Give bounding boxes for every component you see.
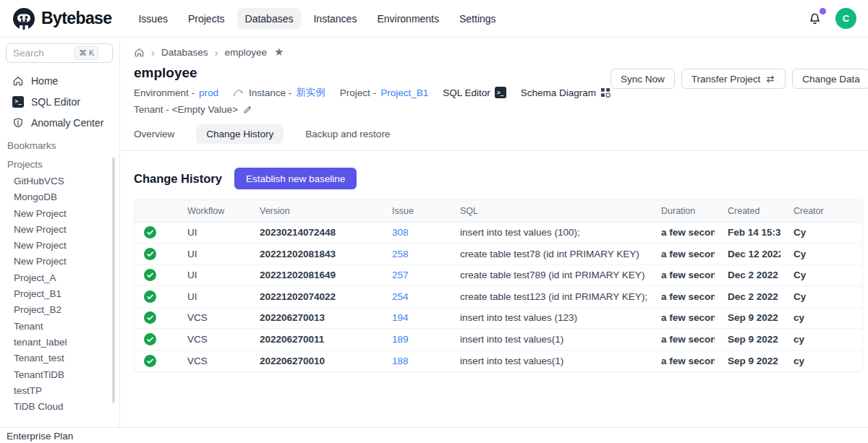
project-list-item[interactable]: New Project xyxy=(0,254,119,270)
duration-cell: a few seconds xyxy=(648,264,715,286)
nav-item-databases[interactable]: Databases xyxy=(237,8,302,30)
project-list-item[interactable]: New Project xyxy=(0,222,119,238)
issue-link[interactable]: 254 xyxy=(392,291,409,302)
instance-label: Instance - xyxy=(249,87,292,98)
nav-item-settings[interactable]: Settings xyxy=(451,8,504,30)
creator-cell: cy xyxy=(780,350,863,371)
change-history-row[interactable]: UI 20221202074022 254 create table test1… xyxy=(135,286,863,308)
status-cell xyxy=(135,307,174,329)
sidebar-scrollbar[interactable] xyxy=(112,158,115,403)
created-cell: Sep 9 2022 xyxy=(715,350,780,371)
change-history-row[interactable]: UI 20221202081649 257 create table test7… xyxy=(135,264,863,286)
tenant-label: Tenant - <Empty Value> xyxy=(134,104,238,115)
version-cell: 202206270010 xyxy=(247,350,379,371)
column-header-sql: SQL xyxy=(447,200,648,222)
sql-editor-shortcut-label[interactable]: SQL Editor xyxy=(443,87,490,98)
issue-link[interactable]: 189 xyxy=(392,334,409,345)
bytebase-logo[interactable]: Bytebase xyxy=(12,7,111,31)
edit-pencil-icon[interactable] xyxy=(242,105,252,115)
version-cell: 20230214072448 xyxy=(247,222,379,244)
sql-editor-icon[interactable]: >_ xyxy=(495,87,506,98)
change-history-row[interactable]: UI 20221202081843 258 create table test7… xyxy=(135,244,863,265)
transfer-project-button[interactable]: Transfer Project xyxy=(681,69,786,89)
bookmark-star-icon[interactable]: ★ xyxy=(274,46,284,59)
duration-cell: a few seconds xyxy=(648,222,715,244)
issue-link[interactable]: 194 xyxy=(392,312,409,323)
column-header-duration: Duration xyxy=(648,200,715,222)
notification-bell-icon[interactable] xyxy=(806,9,824,27)
project-list-item[interactable]: Project_A xyxy=(0,270,119,286)
project-list-item[interactable]: TenantTiDB xyxy=(0,367,119,383)
issue-link[interactable]: 257 xyxy=(392,270,409,280)
created-cell: Feb 14 15:32 xyxy=(715,222,780,244)
search-box[interactable]: ⌘ K xyxy=(6,43,113,63)
instance-link[interactable]: 新实例 xyxy=(296,86,326,99)
status-cell xyxy=(135,286,174,308)
plan-label[interactable]: Enterprise Plan xyxy=(0,427,868,443)
table-header-row: Workflow Version Issue SQL Duration Crea… xyxy=(135,200,863,222)
duration-cell: a few seconds xyxy=(648,329,715,350)
change-history-row[interactable]: UI 20230214072448 308 insert into test v… xyxy=(135,222,863,244)
project-list-item[interactable]: Project_B2 xyxy=(0,302,119,318)
sync-now-button[interactable]: Sync Now xyxy=(610,69,675,89)
nav-item-instances[interactable]: Instances xyxy=(305,8,365,30)
project-link[interactable]: Project_B1 xyxy=(380,87,428,98)
project-list-item[interactable]: Tenant xyxy=(0,319,119,335)
version-cell: 202206270013 xyxy=(247,307,379,329)
environment-link[interactable]: prod xyxy=(199,87,218,98)
project-list-item[interactable]: GitHubVCS xyxy=(0,173,119,189)
project-list-item[interactable]: testTP xyxy=(0,383,119,399)
breadcrumb-item-employee[interactable]: employee xyxy=(225,47,268,58)
issue-link[interactable]: 308 xyxy=(392,227,409,238)
project-list-item[interactable]: New Project xyxy=(0,206,119,222)
user-avatar[interactable]: C xyxy=(835,8,856,29)
bookmarks-section-label: Bookmarks xyxy=(0,133,119,155)
tab-change-history[interactable]: Change History xyxy=(196,124,284,144)
breadcrumb-home-icon[interactable] xyxy=(134,47,145,58)
project-list-item[interactable]: Project_B1 xyxy=(0,286,119,302)
sidebar-item-label: SQL Editor xyxy=(31,96,80,108)
sidebar-item-home[interactable]: Home xyxy=(0,70,119,91)
change-history-row[interactable]: VCS 202206270013 194 insert into test va… xyxy=(135,307,863,329)
workflow-cell: UI xyxy=(174,264,247,286)
breadcrumb-item-databases[interactable]: Databases xyxy=(161,47,208,58)
home-icon xyxy=(12,75,24,87)
column-header-workflow: Workflow xyxy=(174,200,247,222)
created-cell: Dec 2 2022 xyxy=(715,286,780,308)
issue-cell: 257 xyxy=(379,264,447,286)
shield-icon xyxy=(12,117,24,129)
project-list-item[interactable]: Tenant_test xyxy=(0,350,119,366)
sql-cell: insert into test values(1) xyxy=(447,350,648,371)
sidebar-item-sql-editor[interactable]: >_ SQL Editor xyxy=(0,91,119,112)
nav-item-issues[interactable]: Issues xyxy=(130,8,175,30)
change-history-row[interactable]: VCS 202206270011 189 insert into test va… xyxy=(135,329,863,350)
sql-cell: create table test789 (id int PRIMARY KEY… xyxy=(447,264,648,286)
change-history-row[interactable]: VCS 202206270010 188 insert into test va… xyxy=(135,350,863,371)
project-list-item[interactable]: TiDB Cloud xyxy=(0,399,119,415)
sidebar-item-anomaly-center[interactable]: Anomaly Center xyxy=(0,112,119,133)
tab-backup-and-restore[interactable]: Backup and restore xyxy=(305,124,390,144)
project-list-item[interactable]: MongoDB xyxy=(0,189,119,205)
issue-link[interactable]: 258 xyxy=(392,249,409,259)
schema-diagram-icon[interactable] xyxy=(600,87,610,98)
project-list-item[interactable]: tenant_label xyxy=(0,335,119,350)
schema-diagram-label[interactable]: Schema Diagram xyxy=(521,87,596,98)
search-shortcut-kbd: ⌘ K xyxy=(75,46,98,60)
search-input[interactable] xyxy=(13,48,75,59)
establish-baseline-button[interactable]: Establish new baseline xyxy=(234,168,357,189)
workflow-cell: UI xyxy=(174,222,247,244)
success-check-icon xyxy=(144,226,174,238)
creator-cell: cy xyxy=(780,329,863,350)
nav-item-environments[interactable]: Environments xyxy=(369,8,447,30)
nav-item-projects[interactable]: Projects xyxy=(180,8,233,30)
issue-link[interactable]: 188 xyxy=(392,356,409,366)
tab-overview[interactable]: Overview xyxy=(134,124,174,144)
project-list-item[interactable]: New Project xyxy=(0,238,119,254)
issue-cell: 189 xyxy=(379,329,447,350)
breadcrumb-separator: › xyxy=(151,47,155,58)
version-cell: 20221202074022 xyxy=(247,286,379,308)
column-header-created: Created xyxy=(715,200,780,222)
success-check-icon xyxy=(144,355,174,367)
column-header-creator: Creator xyxy=(780,200,863,222)
change-data-button[interactable]: Change Data xyxy=(792,69,868,89)
